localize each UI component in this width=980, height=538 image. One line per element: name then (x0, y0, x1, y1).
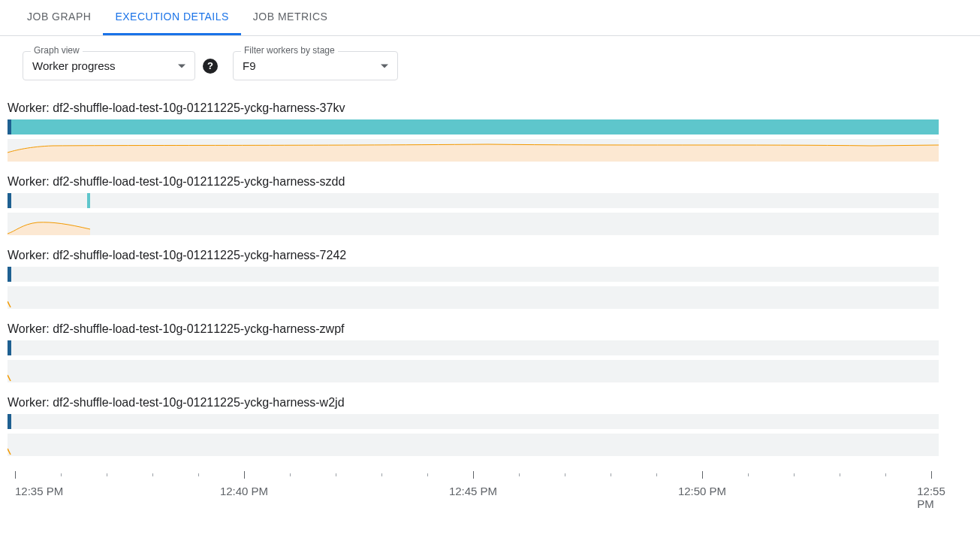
time-axis: 12:35 PM12:40 PM12:45 PM12:50 PM12:55 PM (8, 471, 939, 509)
sparkline-row (8, 213, 939, 235)
axis-tick-major (244, 471, 245, 479)
sparkline-icon (8, 286, 939, 309)
filter-stage-value: F9 (243, 59, 256, 72)
axis-tick-minor (748, 473, 749, 476)
axis-tick-label: 12:55 PM (917, 485, 945, 509)
help-icon[interactable]: ? (203, 59, 218, 74)
axis-tick-minor (565, 473, 565, 476)
axis-tick-label: 12:50 PM (678, 485, 726, 497)
progress-bar-track (8, 414, 939, 429)
progress-bar-segment-dark (8, 414, 11, 429)
graph-view-value: Worker progress (32, 59, 116, 72)
axis-tick-major (473, 471, 474, 479)
tab-execution-details[interactable]: EXECUTION DETAILS (103, 0, 240, 35)
axis-tick-label: 12:35 PM (15, 485, 63, 497)
axis-tick-minor (107, 473, 107, 476)
filter-wrapper: Filter workers by stage F9 (233, 51, 398, 80)
tab-job-metrics[interactable]: JOB METRICS (241, 0, 340, 35)
progress-bar-segment-dark (8, 193, 11, 208)
progress-bar-track (8, 340, 939, 355)
progress-bar-segment-light (87, 193, 90, 208)
progress-bar-track (8, 193, 939, 208)
axis-tick-minor (840, 473, 840, 476)
axis-tick-minor (198, 473, 199, 476)
chevron-down-icon (178, 64, 185, 68)
tabs-bar: JOB GRAPH EXECUTION DETAILS JOB METRICS (0, 0, 980, 36)
chart-area: Worker: df2-shuffle-load-test-10g-012112… (0, 88, 980, 456)
axis-tick-minor (519, 473, 520, 476)
filter-stage-select[interactable]: Filter workers by stage F9 (233, 51, 398, 80)
axis-tick-minor (656, 473, 657, 476)
tab-job-graph[interactable]: JOB GRAPH (15, 0, 103, 35)
sparkline-row (8, 286, 939, 309)
controls-row: Graph view Worker progress ? Filter work… (0, 36, 980, 88)
graph-view-select[interactable]: Graph view Worker progress (23, 51, 195, 80)
axis-tick-major (702, 471, 703, 479)
worker-title: Worker: df2-shuffle-load-test-10g-012112… (8, 390, 972, 414)
worker-block: Worker: df2-shuffle-load-test-10g-012112… (8, 95, 972, 162)
worker-title: Worker: df2-shuffle-load-test-10g-012112… (8, 95, 972, 119)
worker-title: Worker: df2-shuffle-load-test-10g-012112… (8, 243, 972, 267)
worker-block: Worker: df2-shuffle-load-test-10g-012112… (8, 390, 972, 456)
graph-view-label: Graph view (31, 45, 83, 56)
worker-title: Worker: df2-shuffle-load-test-10g-012112… (8, 169, 972, 193)
sparkline-row (8, 139, 939, 162)
axis-tick-minor (290, 473, 291, 476)
progress-bar-track (8, 119, 939, 134)
axis-tick-minor (152, 473, 153, 476)
sparkline-icon (8, 139, 939, 162)
axis-tick-minor (611, 473, 611, 476)
axis-tick-label: 12:40 PM (220, 485, 268, 497)
progress-bar-track (8, 267, 939, 282)
progress-bar-segment-dark (8, 340, 11, 355)
axis-tick-minor (885, 473, 886, 476)
sparkline-row (8, 360, 939, 382)
graph-view-wrapper: Graph view Worker progress ? (23, 51, 218, 80)
axis-tick-label: 12:45 PM (449, 485, 497, 497)
worker-block: Worker: df2-shuffle-load-test-10g-012112… (8, 169, 972, 235)
axis-tick-major (15, 471, 16, 479)
chevron-down-icon (381, 64, 388, 68)
axis-tick-minor (794, 473, 795, 476)
axis-tick-minor (61, 473, 62, 476)
filter-stage-label: Filter workers by stage (241, 45, 338, 56)
sparkline-icon (8, 360, 939, 382)
axis-tick-minor (336, 473, 336, 476)
axis-tick-major (931, 471, 932, 479)
axis-tick-minor (427, 473, 428, 476)
progress-bar-segment-dark (8, 267, 11, 282)
axis-tick-minor (381, 473, 382, 476)
worker-block: Worker: df2-shuffle-load-test-10g-012112… (8, 243, 972, 309)
sparkline-icon (8, 213, 939, 235)
worker-title: Worker: df2-shuffle-load-test-10g-012112… (8, 316, 972, 340)
sparkline-icon (8, 434, 939, 456)
progress-bar-segment-light (11, 119, 939, 134)
worker-block: Worker: df2-shuffle-load-test-10g-012112… (8, 316, 972, 382)
sparkline-row (8, 434, 939, 456)
